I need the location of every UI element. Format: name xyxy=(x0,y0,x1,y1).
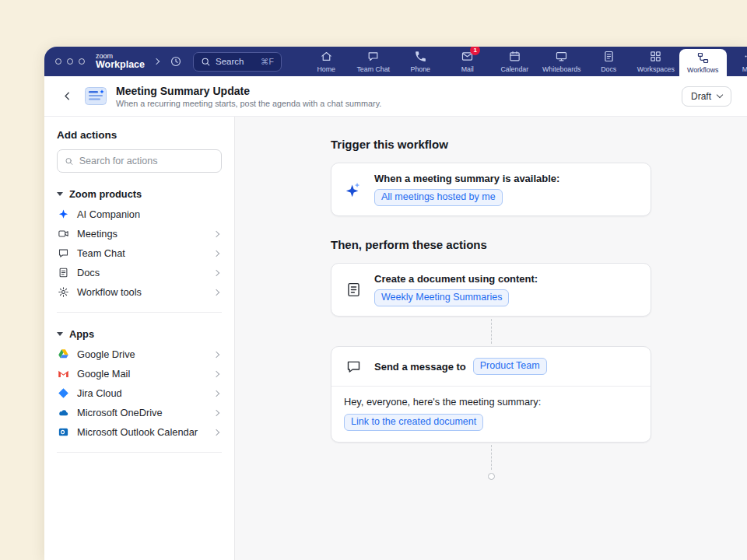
connector-end xyxy=(331,443,651,480)
app-window: zoom Workplace Search ⌘F Home Team Chat xyxy=(44,47,747,560)
nav-item-phone[interactable]: Phone xyxy=(397,47,444,76)
nav-item-docs[interactable]: Docs xyxy=(585,47,633,76)
nav-item-team-chat[interactable]: Team Chat xyxy=(350,47,398,76)
chevron-right-icon xyxy=(213,429,219,435)
trigger-card[interactable]: When a meeting summary is available: All… xyxy=(331,163,651,216)
gmail-icon xyxy=(57,368,69,380)
nav-item-mail[interactable]: 1 Mail xyxy=(444,47,492,76)
mail-badge: 1 xyxy=(470,47,480,55)
trigger-scope-tag[interactable]: All meetings hosted by me xyxy=(374,189,503,206)
actions-heading: Then, perform these actions xyxy=(331,238,747,251)
global-search-button[interactable]: Search ⌘F xyxy=(193,52,282,72)
create-doc-text: Create a document using content: xyxy=(374,273,538,285)
dashed-connector xyxy=(491,319,492,344)
section-apps: Apps Google Drive Google Mail xyxy=(57,326,222,453)
actions-search-box[interactable] xyxy=(57,149,222,173)
clock-icon xyxy=(170,55,182,68)
back-button[interactable] xyxy=(58,88,75,105)
gear-icon xyxy=(57,286,69,299)
search-shortcut: ⌘F xyxy=(261,57,274,66)
sidebar-item-workflow-tools[interactable]: Workflow tools xyxy=(57,282,222,302)
workflow-canvas: Trigger this workflow When a meeting sum… xyxy=(235,117,747,560)
sidebar-item-jira-cloud[interactable]: Jira Cloud xyxy=(57,383,222,403)
section-zoom-products: Zoom products AI Companion Meetings xyxy=(57,186,222,313)
chevron-right-icon xyxy=(213,409,219,415)
sidebar-item-microsoft-onedrive[interactable]: Microsoft OneDrive xyxy=(57,403,222,422)
send-message-recipient-tag[interactable]: Product Team xyxy=(473,358,547,375)
chevron-down-icon xyxy=(57,192,63,196)
create-doc-content-tag[interactable]: Weekly Meeting Summaries xyxy=(374,289,509,306)
sidebar-item-ai-companion[interactable]: AI Companion xyxy=(57,205,222,224)
google-drive-icon xyxy=(57,348,69,361)
sidebar-item-microsoft-outlook-calendar[interactable]: Microsoft Outlook Calendar xyxy=(57,422,222,442)
message-link-tag[interactable]: Link to the created document xyxy=(344,414,483,431)
window-minimize-button[interactable] xyxy=(67,58,73,65)
zoom-workplace-logo: zoom Workplace xyxy=(96,53,145,71)
nav-item-workspaces[interactable]: Workspaces xyxy=(633,47,680,76)
nav-item-home[interactable]: Home xyxy=(303,47,350,76)
actions-sidebar: Add actions Zoom products AI Companion xyxy=(44,117,235,560)
search-actions-input[interactable] xyxy=(79,156,214,166)
dashed-connector xyxy=(491,445,492,470)
chevron-right-icon[interactable] xyxy=(153,58,160,65)
sidebar-item-google-drive[interactable]: Google Drive xyxy=(57,345,222,364)
window-maximize-button[interactable] xyxy=(79,58,85,65)
chevron-left-icon xyxy=(61,89,74,103)
sidebar-item-team-chat[interactable]: Team Chat xyxy=(57,243,222,263)
search-icon xyxy=(201,57,211,67)
action-card-create-document[interactable]: Create a document using content: Weekly … xyxy=(331,263,651,317)
history-button[interactable] xyxy=(167,53,184,70)
sidebar-item-meetings[interactable]: Meetings xyxy=(57,224,222,243)
calendar-icon xyxy=(508,50,521,63)
chevron-right-icon xyxy=(213,390,219,396)
status-dropdown[interactable]: Draft xyxy=(682,86,731,107)
chevron-right-icon xyxy=(213,370,219,376)
workflow-header: Meeting Summary Update When a recurring … xyxy=(44,76,747,117)
message-body[interactable]: Hey, everyone, here's the meeting summar… xyxy=(331,387,651,442)
team-chat-icon xyxy=(366,50,380,63)
window-controls[interactable] xyxy=(55,58,85,65)
workflows-icon xyxy=(696,51,710,65)
search-icon xyxy=(65,156,74,166)
workflow-title-block: Meeting Summary Update When a recurring … xyxy=(116,85,381,108)
video-camera-icon xyxy=(57,228,69,240)
chat-bubble-icon xyxy=(57,247,69,260)
sidebar-heading: Add actions xyxy=(57,129,222,141)
search-label: Search xyxy=(216,57,244,66)
phone-icon xyxy=(414,50,427,63)
section-header-zoom-products[interactable]: Zoom products xyxy=(57,186,222,205)
sidebar-divider xyxy=(57,452,222,453)
sidebar-item-google-mail[interactable]: Google Mail xyxy=(57,364,222,383)
workflow-thumbnail-icon xyxy=(85,87,107,105)
nav-item-whiteboards[interactable]: Whiteboards xyxy=(538,47,586,76)
nav-item-workflows[interactable]: Workflows xyxy=(679,49,727,76)
ai-sparkle-icon xyxy=(344,180,363,199)
status-badge: Draft xyxy=(691,91,711,102)
connector-line xyxy=(331,317,651,346)
chat-bubble-icon xyxy=(344,357,363,376)
page-title: Meeting Summary Update xyxy=(116,85,381,97)
whiteboards-icon xyxy=(555,50,568,63)
message-body-text: Hey, everyone, here's the meeting summar… xyxy=(344,396,638,408)
page-subtitle: When a recurring meeting starts, post th… xyxy=(116,99,381,108)
nav-item-calendar[interactable]: Calendar xyxy=(491,47,538,76)
section-header-apps[interactable]: Apps xyxy=(57,326,222,345)
top-navbar: zoom Workplace Search ⌘F Home Team Chat xyxy=(44,47,747,76)
chevron-right-icon xyxy=(213,351,219,357)
nav-items: Home Team Chat Phone 1 Mail Calendar xyxy=(303,47,747,76)
add-step-node[interactable] xyxy=(488,473,495,480)
send-message-text: Send a message to xyxy=(374,361,466,373)
sidebar-item-docs[interactable]: Docs xyxy=(57,263,222,282)
action-card-send-message[interactable]: Send a message to Product Team Hey, ever… xyxy=(331,346,651,443)
chevron-right-icon xyxy=(213,269,219,275)
onedrive-icon xyxy=(57,407,69,419)
docs-icon xyxy=(602,50,615,63)
sparkle-icon xyxy=(57,208,69,221)
trigger-heading: Trigger this workflow xyxy=(331,138,747,151)
window-close-button[interactable] xyxy=(55,58,61,65)
sidebar-divider xyxy=(57,312,222,313)
nav-item-more[interactable]: More xyxy=(727,47,747,76)
more-icon xyxy=(743,50,747,63)
document-icon xyxy=(344,281,363,299)
document-icon xyxy=(57,267,69,279)
